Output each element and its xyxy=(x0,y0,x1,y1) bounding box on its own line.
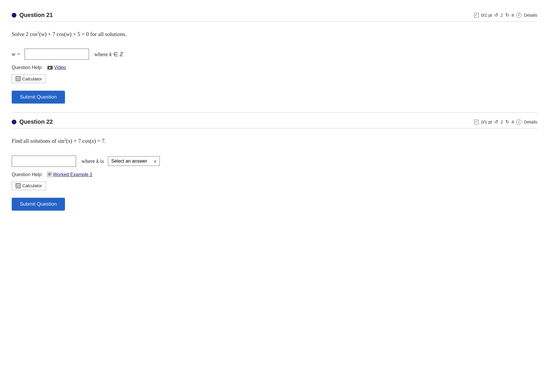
q21-calculator-button[interactable]: Calculator xyxy=(12,74,46,83)
q22-title-text: Question 22 xyxy=(19,118,53,125)
q22-calculator-row: Calculator xyxy=(12,180,537,195)
question-21-block: Question 21 0/1 pt ↺ 2 ↻ 4 i Details Sol… xyxy=(12,6,537,113)
q21-refresh-icon: ↻ xyxy=(505,12,509,18)
q21-help-row: Question Help: Video xyxy=(12,65,537,70)
q21-where-text: where k ∈ ℤ xyxy=(94,51,123,58)
q21-retry-count: 2 xyxy=(500,13,503,18)
q22-select-answer[interactable]: Select an answer any integer a positive … xyxy=(108,157,159,166)
q22-worked-example-link[interactable]: Worked Example 1 xyxy=(47,172,92,177)
q22-help-label: Question Help: xyxy=(12,172,43,177)
question-22-block: Question 22 0/1 pt ↺ 2 ↻ 4 i Details Fin… xyxy=(12,113,537,219)
svg-rect-7 xyxy=(19,80,20,80)
q21-title-text: Question 21 xyxy=(19,12,53,18)
svg-rect-14 xyxy=(18,187,19,188)
svg-rect-4 xyxy=(19,79,20,79)
q22-calculator-icon xyxy=(16,183,21,188)
q22-problem-body: Find all solutions of sin2(x) + 7 cos(x)… xyxy=(12,134,537,150)
question-21-title: Question 21 xyxy=(12,12,53,18)
q21-problem-body: Solve 2 cos2(w) + 7 cos(w) + 5 = 0 for a… xyxy=(12,27,537,43)
q21-help-label: Question Help: xyxy=(12,65,43,70)
q21-score: 0/1 pt xyxy=(481,13,492,18)
svg-rect-10 xyxy=(16,186,17,186)
q22-where-text: where k is xyxy=(81,158,104,164)
q22-worked-example-link-text: Worked Example 1 xyxy=(53,172,92,177)
q22-calculator-label: Calculator xyxy=(22,183,42,188)
q21-checkbox-icon xyxy=(474,13,479,18)
q22-bullet-icon xyxy=(12,120,16,124)
q22-score: 0/1 pt xyxy=(481,119,492,124)
q22-meta: 0/1 pt ↺ 2 ↻ 4 i Details xyxy=(474,119,537,125)
question-21-header: Question 21 0/1 pt ↺ 2 ↻ 4 i Details xyxy=(12,12,537,22)
svg-rect-13 xyxy=(16,187,17,188)
svg-rect-5 xyxy=(16,80,17,80)
q21-details-link[interactable]: Details xyxy=(524,13,537,18)
q21-meta: 0/1 pt ↺ 2 ↻ 4 i Details xyxy=(474,12,537,18)
q22-calculator-button[interactable]: Calculator xyxy=(12,181,46,190)
q21-calculator-icon xyxy=(16,76,21,81)
q22-checkbox-icon xyxy=(474,120,479,124)
q21-calculator-row: Calculator xyxy=(12,73,537,88)
svg-rect-2 xyxy=(16,79,17,79)
q22-answer-input[interactable] xyxy=(12,156,76,167)
q22-doc-icon xyxy=(47,172,52,177)
svg-rect-15 xyxy=(19,187,20,188)
svg-rect-11 xyxy=(18,186,19,186)
q21-retry-icon: ↺ xyxy=(494,12,498,18)
q21-bullet-icon xyxy=(12,13,16,18)
question-22-title: Question 22 xyxy=(12,118,53,125)
svg-rect-6 xyxy=(18,80,19,80)
q21-video-link-text: Video xyxy=(54,65,66,70)
q21-answer-input[interactable] xyxy=(25,49,89,60)
question-22-header: Question 22 0/1 pt ↺ 2 ↻ 4 i Details xyxy=(12,118,537,128)
q21-video-link[interactable]: Video xyxy=(47,65,66,70)
q21-calculator-label: Calculator xyxy=(22,76,42,81)
q21-refresh-count: 4 xyxy=(512,13,514,18)
svg-rect-12 xyxy=(19,186,20,186)
q22-problem-text: Find all solutions of sin2(x) + 7 cos(x)… xyxy=(12,138,106,144)
q22-submit-button[interactable]: Submit Question xyxy=(12,198,65,211)
q22-refresh-icon: ↻ xyxy=(505,119,509,125)
q22-answer-row: where k is Select an answer any integer … xyxy=(12,156,537,167)
q22-select-wrapper[interactable]: Select an answer any integer a positive … xyxy=(108,156,160,166)
q21-info-icon[interactable]: i xyxy=(516,13,521,18)
q22-retry-icon: ↺ xyxy=(494,119,498,125)
q22-refresh-count: 4 xyxy=(512,119,514,124)
q22-details-link[interactable]: Details xyxy=(524,119,537,124)
svg-rect-3 xyxy=(18,79,19,79)
svg-rect-9 xyxy=(16,184,20,185)
q21-answer-row: w = where k ∈ ℤ xyxy=(12,49,537,60)
q21-answer-prefix: w = xyxy=(12,51,20,57)
q21-video-icon xyxy=(47,66,53,70)
svg-rect-1 xyxy=(16,77,20,78)
q22-help-row: Question Help: Worked Example 1 xyxy=(12,172,537,177)
q22-retry-count: 2 xyxy=(500,119,503,124)
q21-problem-text: Solve 2 cos2(w) + 7 cos(w) + 5 = 0 for a… xyxy=(12,31,126,37)
q22-info-icon[interactable]: i xyxy=(516,119,521,125)
q21-submit-button[interactable]: Submit Question xyxy=(12,91,65,104)
